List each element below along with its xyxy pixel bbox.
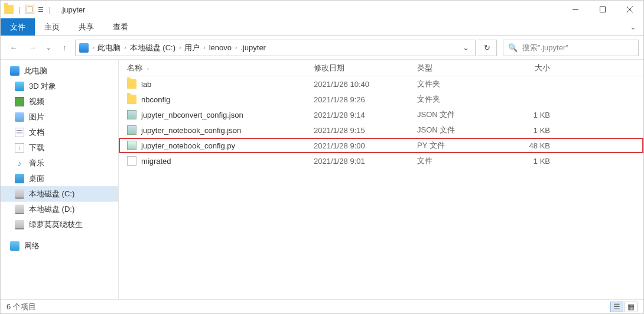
breadcrumb[interactable]: › 此电脑 › 本地磁盘 (C:) › 用户 › lenovo › .jupyt…	[75, 40, 476, 56]
col-date[interactable]: 修改日期	[314, 63, 417, 73]
file-type: 文件夹	[417, 94, 509, 105]
nav-history-button[interactable]: ⌄	[43, 40, 54, 56]
file-row[interactable]: jupyter_nbconvert_config.json 2021/1/28 …	[119, 107, 643, 122]
window-controls	[562, 1, 643, 18]
sidebar-item[interactable]: 视频	[1, 94, 118, 109]
sidebar-item-label: 本地磁盘 (C:)	[29, 189, 74, 199]
i-drive-icon	[15, 205, 24, 214]
pc-icon	[10, 66, 19, 76]
sidebar-item[interactable]: 本地磁盘 (D:)	[1, 202, 118, 217]
sidebar-item[interactable]: 桌面	[1, 171, 118, 186]
sidebar-item[interactable]: 文档	[1, 125, 118, 140]
folder-icon	[4, 5, 14, 14]
ribbon: 文件 主页 共享 查看 ⌄	[1, 18, 643, 36]
file-row[interactable]: migrated 2021/1/28 9:01 文件 1 KB	[119, 153, 643, 169]
i-drive-icon	[15, 220, 24, 229]
svg-rect-0	[573, 9, 578, 10]
close-button[interactable]	[616, 1, 643, 18]
nav-forward-button[interactable]: →	[24, 40, 41, 56]
view-switcher: ☰ ▦	[610, 302, 638, 312]
qat-sep2: |	[48, 5, 50, 14]
navbar: ← → ⌄ ↑ › 此电脑 › 本地磁盘 (C:) › 用户 › lenovo …	[1, 36, 643, 60]
qat-paste-icon[interactable]	[25, 5, 34, 14]
sidebar-item[interactable]: 下载	[1, 140, 118, 156]
file-icon	[127, 79, 136, 89]
tab-file[interactable]: 文件	[1, 18, 35, 35]
tab-share[interactable]: 共享	[69, 18, 103, 35]
file-name: jupyter_notebook_config.py	[141, 141, 235, 150]
statusbar: 6 个项目 ☰ ▦	[1, 299, 643, 313]
file-date: 2021/1/28 9:14	[314, 111, 417, 119]
sidebar-label: 此电脑	[24, 66, 47, 76]
breadcrumb-dropdown-icon[interactable]: ⌄	[459, 43, 473, 52]
chevron-right-icon[interactable]: ›	[90, 44, 96, 51]
file-size: 1 KB	[509, 126, 568, 135]
i-doc-icon	[15, 128, 24, 137]
network-icon	[10, 241, 19, 251]
breadcrumb-item[interactable]: 本地磁盘 (C:)	[129, 43, 177, 53]
sidebar-item-label: 图片	[29, 112, 44, 122]
chevron-right-icon[interactable]: ›	[201, 44, 207, 51]
breadcrumb-item[interactable]: 此电脑	[96, 43, 122, 53]
col-type[interactable]: 类型	[417, 63, 509, 73]
sidebar-item[interactable]: 本地磁盘 (C:)	[1, 186, 118, 202]
view-details-button[interactable]: ☰	[610, 302, 623, 312]
nav-back-button[interactable]: ←	[5, 40, 22, 56]
i-img-icon	[15, 112, 24, 122]
maximize-button[interactable]	[589, 1, 616, 18]
file-row[interactable]: lab 2021/1/26 10:40 文件夹	[119, 76, 643, 92]
chevron-right-icon[interactable]: ›	[177, 44, 183, 51]
titlebar: | ☰ | .jupyter	[1, 1, 643, 18]
sidebar-item-label: 本地磁盘 (D:)	[29, 204, 74, 215]
file-date: 2021/1/28 9:00	[314, 141, 417, 150]
file-row[interactable]: jupyter_notebook_config.py 2021/1/28 9:0…	[119, 138, 643, 153]
i-dl-icon	[15, 143, 24, 153]
file-icon	[127, 156, 136, 166]
content: 名称⌄ 修改日期 类型 大小 lab 2021/1/26 10:40 文件夹 n…	[119, 60, 643, 299]
file-type: JSON 文件	[417, 109, 509, 120]
tab-view[interactable]: 查看	[103, 18, 138, 35]
sidebar: 此电脑 3D 对象视频图片文档下载♪音乐桌面本地磁盘 (C:)本地磁盘 (D:)…	[1, 60, 119, 299]
file-row[interactable]: jupyter_notebook_config.json 2021/1/28 9…	[119, 122, 643, 138]
file-icon	[127, 95, 136, 104]
search-input[interactable]: 🔍 搜索".jupyter"	[503, 40, 639, 56]
window-title: .jupyter	[60, 5, 86, 14]
file-name: nbconfig	[141, 95, 170, 104]
refresh-button[interactable]: ↻	[478, 40, 497, 56]
qat-properties-icon[interactable]: ☰	[38, 6, 44, 14]
nav-up-button[interactable]: ↑	[56, 40, 73, 56]
breadcrumb-item[interactable]: lenovo	[208, 43, 233, 52]
tab-home[interactable]: 主页	[35, 18, 69, 35]
sidebar-this-pc[interactable]: 此电脑	[1, 63, 118, 79]
i-drive-icon	[15, 189, 24, 199]
view-icons-button[interactable]: ▦	[625, 302, 638, 312]
file-date: 2021/1/26 10:40	[314, 80, 417, 89]
file-row[interactable]: nbconfig 2021/1/28 9:26 文件夹	[119, 92, 643, 107]
sidebar-item[interactable]: 图片	[1, 109, 118, 125]
search-placeholder: 搜索".jupyter"	[522, 43, 568, 53]
file-list: lab 2021/1/26 10:40 文件夹 nbconfig 2021/1/…	[119, 76, 643, 299]
col-name[interactable]: 名称⌄	[119, 63, 314, 73]
sidebar-item[interactable]: 绿萝莫莫绕枝生	[1, 217, 118, 232]
col-size[interactable]: 大小	[509, 63, 568, 73]
file-date: 2021/1/28 9:26	[314, 95, 417, 104]
breadcrumb-pc-icon[interactable]	[78, 43, 90, 53]
chevron-right-icon[interactable]: ›	[122, 44, 128, 51]
file-icon	[127, 125, 136, 135]
sidebar-item[interactable]: ♪音乐	[1, 156, 118, 171]
sidebar-item[interactable]: 3D 对象	[1, 79, 118, 94]
chevron-right-icon[interactable]: ›	[233, 44, 239, 51]
svg-rect-1	[600, 7, 606, 12]
breadcrumb-item[interactable]: .jupyter	[239, 43, 267, 52]
sidebar-item-label: 3D 对象	[29, 81, 56, 92]
file-size: 1 KB	[509, 157, 568, 166]
breadcrumb-item[interactable]: 用户	[183, 43, 201, 53]
file-name: migrated	[141, 157, 171, 166]
sidebar-item-label: 音乐	[29, 158, 44, 169]
ribbon-expand-button[interactable]: ⌄	[623, 18, 643, 35]
sidebar-label: 网络	[24, 241, 40, 251]
file-icon	[127, 141, 136, 150]
minimize-button[interactable]	[562, 1, 589, 18]
sidebar-network[interactable]: 网络	[1, 238, 118, 254]
file-date: 2021/1/28 9:15	[314, 126, 417, 135]
